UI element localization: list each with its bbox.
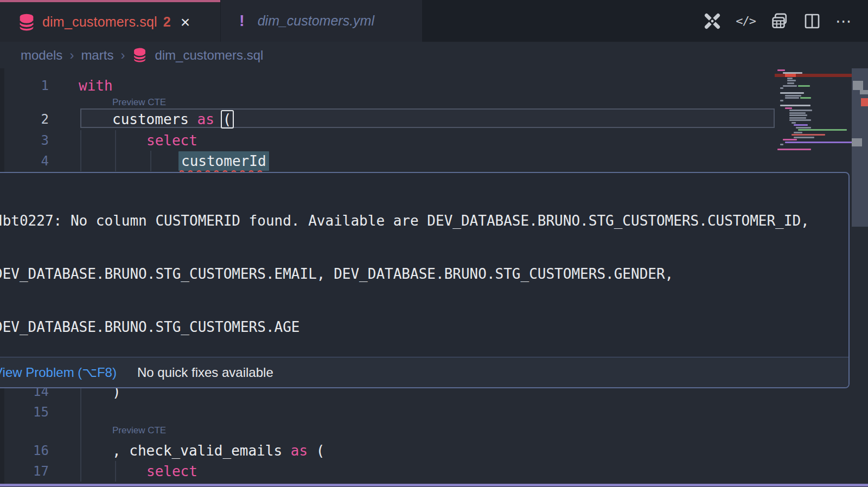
tab-bar: dim_customers.sql 2 × ! dim_customers.ym… [0,0,868,42]
panel-resize-border[interactable] [0,484,868,486]
minimap-code-bar [785,107,792,109]
minimap-code-bar [789,114,807,116]
tab-dim-customers-yml[interactable]: ! dim_customers.yml [221,0,422,42]
text-cursor: ( [221,110,234,129]
breadcrumb-models[interactable]: models [21,48,62,63]
chevron-right-icon: › [120,48,125,63]
minimap-code-bar [787,80,796,81]
diagnostic-text: dbt0227: No column CUSTOMERID found. Ava… [0,210,848,231]
minimap-code-bar [800,97,811,99]
tab-problem-badge: 2 [163,14,171,30]
code-line-16[interactable]: 16 , check_valid_emails as ( [0,440,776,461]
minimap-code-bar [777,149,811,150]
diagnostic-text: DEV_DATABASE.BRUNO.STG_CUSTOMERS.EMAIL, … [0,264,848,284]
close-icon[interactable]: × [181,14,190,30]
database-icon [133,48,146,62]
hover-status-bar: View Problem (⌥F8) No quick fixes availa… [0,357,848,387]
code-text: , check_valid_emails [112,443,291,459]
duplicate-table-icon[interactable] [770,12,789,30]
breadcrumb-file[interactable]: dim_customers.sql [155,48,263,63]
minimap-code-bar [794,132,802,133]
minimap-code-bar [780,144,783,145]
minimap-code-bar [787,82,794,84]
dbt-icon[interactable] [704,12,721,30]
overview-ruler-mark [860,90,868,94]
code-line-4[interactable]: 4 customerId [0,151,776,171]
keyword-as: as [291,443,308,459]
overview-ruler-mark [853,81,863,90]
minimap-code-bar [794,124,808,126]
minimap-code-bar [780,105,810,106]
editor-actions: </> ⋯ [704,0,853,42]
warning-icon: ! [239,12,245,30]
minimap-code-bar [780,92,804,94]
code-line-3[interactable]: 3 select [0,130,776,151]
line-number: 15 [0,402,49,422]
line-number: 1 [0,75,49,96]
breadcrumb: models › marts › dim_customers.sql [21,42,263,68]
minimap-code-bar [792,134,825,136]
no-quick-fixes-text: No quick fixes available [137,365,273,380]
code-line-15[interactable]: 15 [0,402,776,422]
minimap-code-bar [785,97,799,99]
code-text: ( [308,443,324,459]
split-editor-icon[interactable] [803,12,821,30]
tab-dim-customers-sql[interactable]: dim_customers.sql 2 × [0,0,220,42]
minimap-code-bar [789,112,806,114]
minimap-code-bar [798,85,810,87]
keyword-select: select [146,463,197,479]
minimap-code-bar [783,85,797,87]
code-line-1[interactable]: 1 with [0,75,776,96]
line-number: 17 [0,461,49,482]
minimap-code-bar [789,117,806,119]
overview-ruler-error-mark [861,98,868,106]
database-icon [18,14,35,31]
chevron-right-icon: › [69,48,74,63]
minimap-code-bar [785,142,852,143]
code-line-17[interactable]: 17 select [0,461,776,482]
minimap-code-bar [794,137,814,138]
minimap-code-bar [780,100,783,101]
keyword-select: select [146,132,197,149]
tab-title: dim_customers.yml [258,13,374,29]
codelens-preview-cte[interactable]: Preview CTE [112,95,166,110]
keyword-as: as [197,111,214,127]
codelens-preview-cte[interactable]: Preview CTE [112,424,166,438]
overview-ruler-mark [852,138,862,146]
minimap-code-bar [785,95,801,97]
line-number: 4 [0,151,49,171]
editor-window: dim_customers.sql 2 × ! dim_customers.ym… [0,0,868,487]
tab-title: dim_customers.sql [42,14,157,30]
minimap[interactable] [775,65,852,172]
line-number: 16 [0,440,49,461]
error-hover-popup: dbt0227: No column CUSTOMERID found. Ava… [0,172,850,388]
minimap-code-bar [777,69,785,71]
minimap-code-bar [796,127,811,129]
keyword-with: with [79,78,113,94]
minimap-code-bar [789,110,812,111]
code-text: customers [112,111,197,127]
minimap-code-bar [789,119,811,121]
minimap-error-word [785,74,796,77]
minimap-code-bar [792,122,796,124]
minimap-code-bar [798,129,847,131]
breadcrumb-marts[interactable]: marts [81,48,113,63]
code-icon[interactable]: </> [736,14,756,28]
hover-messages: dbt0227: No column CUSTOMERID found. Ava… [0,173,848,388]
minimap-code-bar [783,139,797,140]
diagnostic-text: DEV_DATABASE.BRUNO.STG_CUSTOMERS.AGE [0,317,848,337]
code-line-2[interactable]: 2 customers as( [0,109,776,130]
minimap-code-bar [780,87,783,89]
more-actions-icon[interactable]: ⋯ [835,11,853,30]
line-number: 3 [0,130,49,151]
minimap-code-bar [787,78,793,79]
line-number-active: 2 [0,109,49,130]
view-problem-link[interactable]: View Problem (⌥F8) [0,365,117,380]
